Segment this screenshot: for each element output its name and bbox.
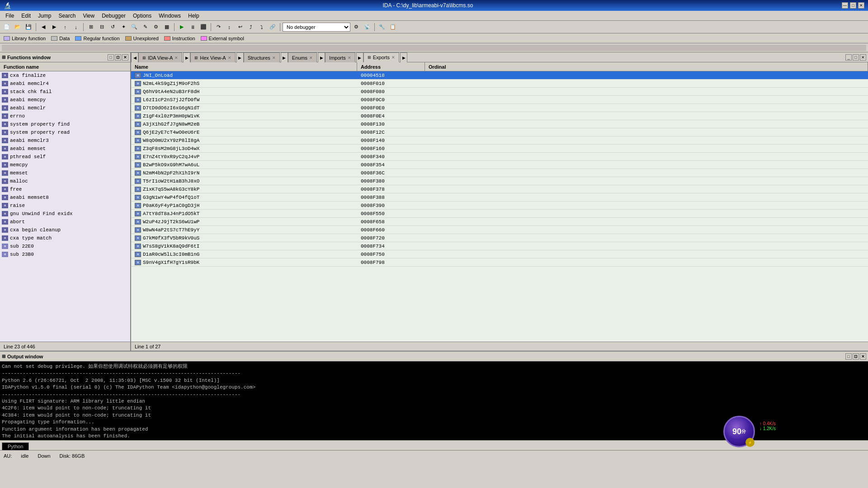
function-list-item[interactable]: ⊞aeabi memset: [0, 145, 130, 153]
function-list-item[interactable]: ⊞stack chk fail: [0, 88, 130, 96]
imports-table-row[interactable]: ⊞A7tY8dT8aJ4nP1dO5kT0008F550: [131, 210, 868, 218]
minimize-button[interactable]: —: [842, 2, 848, 9]
function-list-item[interactable]: ⊞ cxa type match: [0, 234, 130, 242]
tab-enums-close[interactable]: ✕: [309, 56, 313, 60]
maximize-button[interactable]: □: [850, 2, 856, 9]
menu-jump[interactable]: Jump: [34, 12, 55, 20]
tabs-close-btn[interactable]: ✕: [860, 54, 866, 61]
output-tab-python[interactable]: Python: [2, 442, 29, 450]
tab-ida-nav-r[interactable]: ▶: [183, 52, 190, 62]
toolbar-dbg4[interactable]: 📋: [388, 22, 398, 32]
tab-imports-nav[interactable]: ▶: [356, 52, 363, 62]
imports-table-row[interactable]: ⊞E7nZ4tY0xR9yC2qJ4vP0008F340: [131, 153, 868, 161]
tab-hex-view[interactable]: ⊞ Hex View-A ✕: [190, 52, 235, 62]
toolbar-btn8[interactable]: ✎: [140, 22, 150, 32]
toolbar-dbg2[interactable]: 📡: [362, 22, 372, 32]
function-list-item[interactable]: ⊞ cxa begin cleanup: [0, 226, 130, 234]
function-list-item[interactable]: ⊞aeabi memclr: [0, 104, 130, 112]
toolbar-open[interactable]: 📂: [13, 22, 23, 32]
toolbar-save[interactable]: 💾: [24, 22, 33, 32]
function-list-item[interactable]: ⊞ gnu Unwind Find exidx: [0, 210, 130, 218]
tab-ida-view-close[interactable]: ✕: [175, 56, 178, 60]
functions-restore-btn[interactable]: □: [108, 54, 114, 61]
toolbar-step[interactable]: ↷: [213, 22, 223, 32]
function-list-item[interactable]: ⊞cxa finalize: [0, 71, 130, 80]
imports-table-row[interactable]: ⊞G3gN1wY4wP4fO4fQ1oT0008F388: [131, 193, 868, 202]
imports-table-row[interactable]: ⊞N2mM4bN2pF2hX1hI9rN0008F36C: [131, 169, 868, 177]
toolbar-btn5[interactable]: ↺: [108, 22, 118, 32]
toolbar-btn7[interactable]: 🔍: [129, 22, 139, 32]
imports-table-row[interactable]: ⊞W7sS8gV1kK8aQ9dF6tI0008F734: [131, 242, 868, 250]
imports-table-row[interactable]: ⊞W2uP4zJ9jT2kS6wU1wP0008F658: [131, 218, 868, 226]
menu-help[interactable]: Help: [184, 12, 203, 20]
imports-table-row[interactable]: ⊞JNI_OnLoad00004518: [131, 71, 868, 80]
tab-exports[interactable]: ⊞ Exports ✕: [363, 52, 399, 62]
toolbar-attach[interactable]: 🔗: [268, 22, 278, 32]
tab-structs-nav[interactable]: ▶: [281, 52, 288, 62]
function-list-item[interactable]: ⊞aeabi memclr4: [0, 80, 130, 88]
toolbar-btn6[interactable]: ✦: [118, 22, 128, 32]
tab-hex-view-close[interactable]: ✕: [228, 56, 231, 60]
function-list-item[interactable]: ⊞malloc: [0, 177, 130, 185]
function-list-item[interactable]: ⊞raise: [0, 202, 130, 210]
imports-table[interactable]: ⊞JNI_OnLoad00004518⊞N2mL4kS9gZ1jM9oF2hS0…: [131, 71, 868, 342]
tabs-max-btn[interactable]: □: [853, 54, 859, 61]
menu-search[interactable]: Search: [55, 12, 79, 20]
toolbar-btn3[interactable]: ⊞: [86, 22, 96, 32]
menu-windows[interactable]: Windows: [155, 12, 184, 20]
tab-hex-nav[interactable]: ▶: [236, 52, 244, 62]
imports-table-row[interactable]: ⊞Z3qF8sM2mG8jL3oD4wX0008F160: [131, 145, 868, 153]
debugger-select[interactable]: No debugger: [283, 23, 350, 32]
imports-table-row[interactable]: ⊞A3jX1hG2fJ7gN8wM2eB0008F130: [131, 120, 868, 128]
output-restore-btn[interactable]: □: [845, 353, 852, 360]
imports-table-row[interactable]: ⊞P0aK6yF4yP1aC0gD3jH0008F390: [131, 202, 868, 210]
toolbar-stop[interactable]: ⬛: [198, 22, 208, 32]
output-close-btn[interactable]: ✕: [860, 353, 866, 360]
function-list-item[interactable]: ⊞sub 23B0: [0, 250, 130, 258]
functions-list[interactable]: ⊞cxa finalize⊞aeabi memclr4⊞stack chk fa…: [0, 71, 130, 342]
imports-table-row[interactable]: ⊞N2mL4kS9gZ1jM9oF2hS0008F010: [131, 80, 868, 88]
function-list-item[interactable]: ⊞memcpy: [0, 161, 130, 169]
toolbar-up[interactable]: ↑: [60, 22, 70, 32]
imports-table-row[interactable]: ⊞D1aR0cW5lL3cI0mB1nG0008F750: [131, 250, 868, 258]
functions-float-btn[interactable]: ⊡: [115, 54, 121, 61]
toolbar-btn9[interactable]: ⚙: [151, 22, 161, 32]
tab-enums-nav[interactable]: ▶: [318, 52, 325, 62]
menu-debugger[interactable]: Debugger: [98, 12, 129, 20]
imports-table-row[interactable]: ⊞B2wP5kO9xG9hM7wA6uL0008F354: [131, 161, 868, 169]
imports-table-row[interactable]: ⊞W8wN4aP2tS7cT7hE9yY0008F660: [131, 226, 868, 234]
toolbar-stepuntil[interactable]: ⤴: [246, 22, 256, 32]
menu-options[interactable]: Options: [129, 12, 155, 20]
imports-table-row[interactable]: ⊞Q6hV9tA4eN2uB3rF8dH0008F080: [131, 88, 868, 96]
imports-table-row[interactable]: ⊞Q6jE2yE7cT4wO0eU6rE0008F12C: [131, 128, 868, 136]
tab-imports[interactable]: Imports ✕: [325, 52, 355, 62]
function-list-item[interactable]: ⊞sub 22E0: [0, 242, 130, 250]
toolbar-stepover[interactable]: ↕: [224, 22, 234, 32]
function-list-item[interactable]: ⊞aeabi memclr3: [0, 136, 130, 145]
tab-enums[interactable]: Enums ✕: [288, 52, 317, 62]
toolbar-down[interactable]: ↓: [71, 22, 81, 32]
tab-ida-view[interactable]: ⊞ IDA View-A ✕: [138, 52, 182, 62]
toolbar-dbg3[interactable]: 🔧: [377, 22, 387, 32]
tab-structures-close[interactable]: ✕: [272, 56, 276, 60]
imports-table-row[interactable]: ⊞Z1gF4xl0zP3mH0pW1vK0008F0E4: [131, 112, 868, 120]
tabs-min-btn[interactable]: _: [845, 54, 852, 61]
function-list-item[interactable]: ⊞aeabi memcpy: [0, 96, 130, 104]
toolbar-run[interactable]: ▶: [177, 22, 187, 32]
tab-imports-close[interactable]: ✕: [348, 56, 351, 60]
imports-table-row[interactable]: ⊞D7tD0dO6zI6xG6gN1dT0008F0E0: [131, 104, 868, 112]
functions-close-btn[interactable]: ✕: [122, 54, 128, 61]
toolbar-stepout[interactable]: ↩: [235, 22, 245, 32]
function-list-item[interactable]: ⊞aeabi memset8: [0, 193, 130, 202]
function-list-item[interactable]: ⊞abort: [0, 218, 130, 226]
tab-structures[interactable]: Structures ✕: [244, 52, 280, 62]
menu-file[interactable]: File: [2, 12, 18, 20]
toolbar-dbg1[interactable]: ⚙: [351, 22, 361, 32]
imports-table-row[interactable]: ⊞S9nV4gX1fH7gY1sR9bK0008F798: [131, 258, 868, 267]
close-button[interactable]: ✕: [858, 2, 864, 9]
toolbar-runto[interactable]: ⤵: [257, 22, 267, 32]
toolbar-btn4[interactable]: ⊟: [97, 22, 107, 32]
function-list-item[interactable]: ⊞errno: [0, 112, 130, 120]
menu-edit[interactable]: Edit: [18, 12, 34, 20]
toolbar-fwd[interactable]: ▶: [49, 22, 59, 32]
